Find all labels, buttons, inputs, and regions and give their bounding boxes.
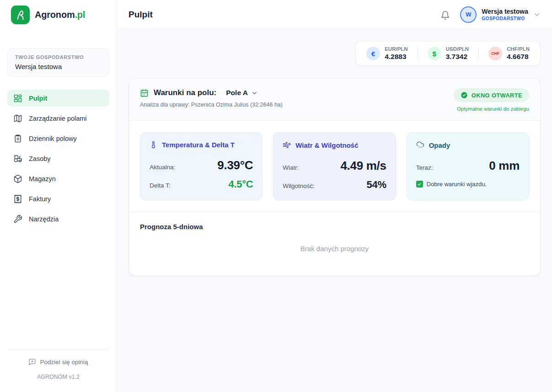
wind-humidity-card: Wiatr & Wilgotność Wiatr: 4.49 m/s Wilgo…: [273, 132, 396, 200]
metric-row: Wilgotność: 54%: [283, 179, 386, 191]
dollar-icon: $: [428, 47, 441, 60]
field-selector-value: Pole A: [226, 89, 248, 97]
metric-label: Wiatr:: [283, 164, 299, 171]
chevron-down-icon: [251, 90, 258, 97]
currency-eur: € EUR/PLN 4.2883: [357, 46, 417, 61]
app-version: AGRONOM v1.2: [7, 374, 109, 380]
sidebar-item-label: Pulpit: [29, 95, 47, 102]
brand-logo[interactable]: Agronom.pl: [7, 0, 109, 24]
user-name: Wersja testowa: [482, 8, 528, 16]
calendar-icon: [140, 89, 149, 97]
tractor-icon: [13, 154, 22, 163]
page-title: Pulpit: [129, 10, 153, 20]
package-icon: [13, 174, 22, 183]
content: € EUR/PLN 4.2883 $ USD/PLN 3.7342 CHF CH…: [117, 29, 552, 392]
metric-label: Delta T:: [150, 182, 171, 189]
metric-value: 0 mm: [489, 159, 520, 173]
panel-header: Warunki na polu: Pole A Analiza dla upra…: [129, 79, 540, 121]
metrics-grid: Temperatura & Delta T Aktualna: 9.39°C D…: [129, 121, 540, 212]
topbar-right: W Wersja testowa GOSPODARSTWO: [440, 6, 541, 23]
wrench-icon: [13, 215, 22, 224]
sidebar-item-faktury[interactable]: Faktury: [7, 190, 109, 207]
sidebar-footer: Podziel się opinią AGRONOM v1.2: [7, 350, 109, 392]
metric-label: Teraz:: [416, 164, 433, 171]
brand-tld: .pl: [75, 10, 85, 20]
metric-value: 54%: [367, 179, 386, 191]
sidebar-item-label: Zasoby: [29, 155, 51, 162]
rain-card-title: Opady: [429, 141, 450, 149]
entry-conditions-text: Dobre warunki wjazdu.: [427, 181, 487, 188]
metric-value: 4.49 m/s: [340, 159, 386, 173]
rain-cloud-icon: [416, 141, 424, 149]
temperature-card-title-row: Temperatura & Delta T: [150, 141, 253, 149]
metric-value: 9.39°C: [217, 158, 253, 172]
invoice-icon: [13, 194, 22, 204]
wind-card-title: Wiatr & Wilgotność: [295, 141, 358, 149]
map-icon: [13, 114, 22, 123]
sidebar: Agronom.pl TWOJE GOSPODARSTWO Wersja tes…: [0, 0, 117, 392]
currency-usd: $ USD/PLN 3.7342: [418, 46, 478, 61]
check-square-icon: [416, 181, 423, 188]
sidebar-item-narzedzia[interactable]: Narzędzia: [7, 210, 109, 227]
chevron-down-icon: [533, 11, 541, 18]
user-role: GOSPODARSTWO: [482, 16, 528, 21]
check-circle-icon: [461, 91, 468, 99]
farm-box: TWOJE GOSPODARSTWO Wersja testowa: [7, 48, 109, 77]
entry-conditions-note: Dobre warunki wjazdu.: [416, 181, 520, 188]
crop-analysis-subtitle: Analiza dla uprawy: Pszenica Ozima Juliu…: [140, 102, 283, 108]
panel-title: Warunki na polu:: [154, 88, 216, 97]
panel-header-left: Warunki na polu: Pole A Analiza dla upra…: [140, 88, 283, 112]
sidebar-item-magazyn[interactable]: Magazyn: [7, 170, 109, 187]
farm-box-label: TWOJE GOSPODARSTWO: [15, 54, 102, 60]
metric-value-delta-t: 4.5°C: [229, 178, 253, 190]
currency-pair: USD/PLN: [446, 46, 469, 52]
sidebar-item-label: Zarządzanie polami: [29, 115, 87, 122]
notifications-bell-icon[interactable]: [440, 9, 450, 20]
feedback-label: Podziel się opinią: [40, 359, 88, 365]
chf-icon: CHF: [488, 47, 502, 60]
euro-icon: €: [366, 47, 380, 60]
temperature-card: Temperatura & Delta T Aktualna: 9.39°C D…: [140, 132, 263, 200]
sidebar-item-pulpit[interactable]: Pulpit: [7, 90, 109, 107]
avatar: W: [460, 6, 477, 23]
message-plus-icon: [28, 358, 36, 366]
currency-rate: 4.2883: [385, 53, 407, 61]
wind-card-title-row: Wiatr & Wilgotność: [283, 141, 386, 149]
user-menu[interactable]: W Wersja testowa GOSPODARSTWO: [460, 6, 541, 23]
sidebar-item-zasoby[interactable]: Zasoby: [7, 150, 109, 167]
metric-row: Wiatr: 4.49 m/s: [283, 159, 386, 173]
sidebar-item-label: Faktury: [29, 195, 51, 203]
wind-icon: [283, 141, 291, 149]
currency-rate: 4.6678: [507, 53, 530, 61]
brand-name: Agronom.pl: [35, 10, 85, 20]
sidebar-menu: Pulpit Zarządzanie polami Dziennik polow…: [7, 90, 109, 227]
clipboard-icon: [13, 134, 22, 143]
feedback-button[interactable]: Podziel się opinią: [28, 358, 88, 366]
field-selector[interactable]: Pole A: [226, 89, 258, 97]
currency-chf: CHF CHF/PLN 4.6678: [478, 46, 539, 61]
currency-pair: CHF/PLN: [507, 46, 530, 52]
forecast-empty-state: Brak danych prognozy: [140, 245, 529, 256]
sidebar-item-dziennik-polowy[interactable]: Dziennik polowy: [7, 130, 109, 147]
status-badge: OKNO OTWARTE: [454, 88, 529, 102]
metric-row: Teraz: 0 mm: [416, 159, 520, 173]
sidebar-item-label: Narzędzia: [29, 215, 59, 223]
topbar: Pulpit W Wersja testowa GOSPODARSTWO: [117, 0, 552, 29]
metric-label: Wilgotność:: [283, 183, 315, 189]
thermometer-icon: [150, 141, 157, 149]
currency-pair: EUR/PLN: [385, 46, 407, 52]
field-conditions-panel: Warunki na polu: Pole A Analiza dla upra…: [129, 78, 541, 276]
precipitation-card: Opady Teraz: 0 mm Dobre warunki wjazdu.: [407, 132, 529, 200]
metric-row: Delta T: 4.5°C: [150, 178, 253, 190]
dashboard-icon: [13, 94, 22, 103]
sidebar-item-label: Magazyn: [29, 175, 56, 183]
status-note: Optymalne warunki do zabiegu: [454, 106, 529, 112]
farm-box-name: Wersja testowa: [15, 63, 102, 70]
rain-card-title-row: Opady: [416, 141, 520, 149]
sidebar-item-zarzadzanie-polami[interactable]: Zarządzanie polami: [7, 110, 109, 127]
sidebar-item-label: Dziennik polowy: [29, 135, 77, 142]
metric-label: Aktualna:: [150, 164, 175, 171]
currency-rate: 3.7342: [446, 53, 469, 61]
main-area: Pulpit W Wersja testowa GOSPODARSTWO €: [117, 0, 552, 392]
agronom-logo-icon: [11, 5, 30, 24]
